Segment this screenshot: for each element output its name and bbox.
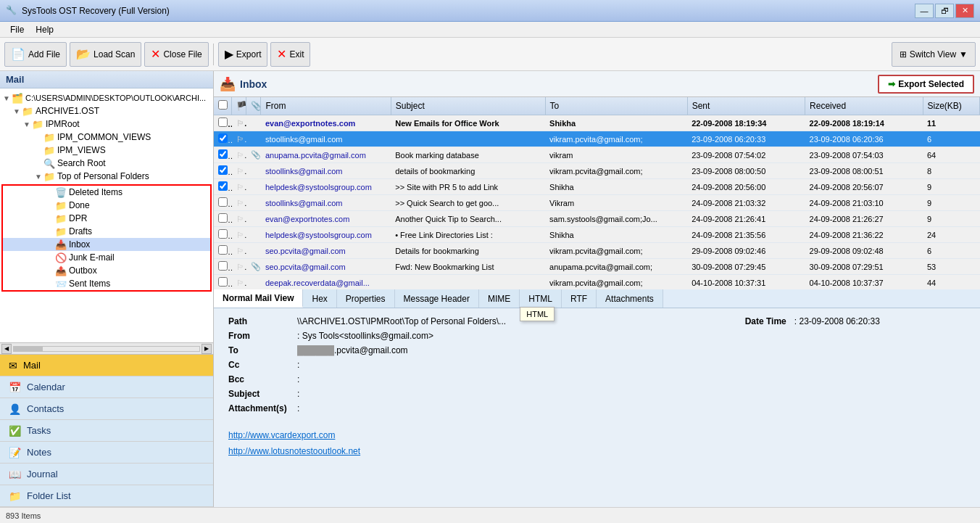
tree-item-junk[interactable]: 🚫 Junk E-mail <box>3 251 210 264</box>
tree-item-ipmroot[interactable]: ▼ 📁 IPMRoot <box>0 118 213 131</box>
table-row[interactable]: 🏳 seo.pcvita@gmail.com Details for bookm… <box>214 243 980 259</box>
table-row[interactable]: 🏳 evan@exportnotes.com New Emails for Of… <box>214 115 980 131</box>
tab-message-header[interactable]: Message Header <box>395 289 479 308</box>
col-header-subject[interactable]: Subject <box>391 97 545 115</box>
export-button[interactable]: ▶ Export <box>218 42 268 67</box>
tree-label-ipmroot: IPMRoot <box>46 119 80 129</box>
nav-tab-folder-list[interactable]: 📁 Folder List <box>0 485 213 507</box>
link-vcardexport[interactable]: http://www.vcardexport.com <box>228 430 966 440</box>
tree-item-drafts[interactable]: 📁 Drafts <box>3 225 210 238</box>
tree-item-deleted[interactable]: 🗑️ Deleted Items <box>3 186 210 199</box>
tree-item-ipm-views[interactable]: ▶ 📁 IPM_VIEWS <box>0 144 213 157</box>
row-checkbox[interactable] <box>218 118 228 127</box>
expand-root[interactable]: ▼ <box>1 94 12 102</box>
scroll-right-btn[interactable]: ▶ <box>202 344 212 354</box>
exit-button[interactable]: ✕ Exit <box>270 42 310 67</box>
row-checkbox-cell[interactable] <box>214 227 232 243</box>
nav-tab-notes[interactable]: 📝 Notes <box>0 442 213 464</box>
row-checkbox[interactable] <box>218 213 228 223</box>
row-checkbox-cell[interactable] <box>214 243 232 259</box>
tree-item-inbox[interactable]: 📥 Inbox <box>3 238 210 251</box>
tree-item-ipm-common[interactable]: ▶ 📁 IPM_COMMON_VIEWS <box>0 131 213 144</box>
nav-tab-journal[interactable]: 📖 Journal <box>0 464 213 485</box>
close-button[interactable]: ✕ <box>955 4 974 18</box>
email-list-scroll[interactable]: 🏴 📎 From Subject To Sent Received Size(K… <box>214 97 980 289</box>
row-checkbox[interactable] <box>218 261 228 271</box>
nav-tab-contacts[interactable]: 👤 Contacts <box>0 398 213 420</box>
tree-item-root[interactable]: ▼ 🗂️ C:\USERS\ADMIN\DESKTOP\OUTLOOK\ARCH… <box>0 91 213 104</box>
tab-mime[interactable]: MIME <box>479 289 520 308</box>
row-checkbox[interactable] <box>218 165 228 175</box>
horizontal-scrollbar[interactable]: ◀ ▶ <box>0 342 213 354</box>
tab-rtf[interactable]: RTF <box>562 289 597 308</box>
tree-item-outbox[interactable]: 📤 Outbox <box>3 264 210 277</box>
table-row[interactable]: 🏳 📎 anupama.pcvita@gmail.com Book markin… <box>214 147 980 163</box>
table-row[interactable]: 🏳 helpdesk@systoolsgroup.com • Free Link… <box>214 227 980 243</box>
tree-item-sent[interactable]: 📨 Sent Items <box>3 277 210 290</box>
table-row[interactable]: 🏳 stoollinks@gmail.com vikram.pcvita@gma… <box>214 131 980 147</box>
scroll-track[interactable] <box>13 346 200 352</box>
tab-html[interactable]: HTML HTML <box>520 289 562 308</box>
col-header-from[interactable]: From <box>261 97 391 115</box>
menu-help[interactable]: Help <box>30 23 59 36</box>
expand-ipmroot[interactable]: ▼ <box>22 120 32 128</box>
expand-top-personal[interactable]: ▼ <box>33 173 43 181</box>
table-row[interactable]: 🏳 stoollinks@gmail.com details of bookma… <box>214 163 980 179</box>
scroll-left-btn[interactable]: ◀ <box>1 344 12 354</box>
row-checkbox[interactable] <box>218 245 228 255</box>
tree-item-archive[interactable]: ▼ 📁 ARCHIVE1.OST <box>0 104 213 118</box>
row-checkbox[interactable] <box>218 197 228 207</box>
table-row[interactable]: 🏳 📎 seo.pcvita@gmail.com Fwd: New Bookma… <box>214 259 980 275</box>
row-sent-cell: 30-09-2008 07:29:45 <box>687 259 805 275</box>
expand-archive[interactable]: ▼ <box>12 107 22 115</box>
row-checkbox-cell[interactable] <box>214 115 232 131</box>
tree-item-done[interactable]: 📁 Done <box>3 199 210 212</box>
minimize-button[interactable]: — <box>915 4 934 18</box>
load-scan-button[interactable]: 📂 Load Scan <box>70 42 141 67</box>
menu-file[interactable]: File <box>4 23 30 36</box>
row-checkbox-cell[interactable] <box>214 259 232 275</box>
row-checkbox-cell[interactable] <box>214 163 232 179</box>
col-header-sent[interactable]: Sent <box>687 97 805 115</box>
select-all-checkbox[interactable] <box>218 100 228 110</box>
nav-tab-calendar[interactable]: 📅 Calendar <box>0 376 213 398</box>
row-checkbox[interactable] <box>218 277 228 287</box>
row-checkbox[interactable] <box>218 149 228 159</box>
tab-attachments[interactable]: Attachments <box>597 289 663 308</box>
nav-tab-mail[interactable]: ✉ Mail <box>0 355 213 376</box>
tree-label-archive: ARCHIVE1.OST <box>36 106 99 116</box>
col-header-received[interactable]: Received <box>805 97 923 115</box>
row-checkbox-cell[interactable] <box>214 179 232 195</box>
close-file-button[interactable]: ✕ Close File <box>144 42 208 67</box>
message-content: Path \\ARCHIVE1.OST\IPMRoot\Top of Perso… <box>214 308 980 507</box>
row-checkbox-cell[interactable] <box>214 195 232 211</box>
switch-view-button[interactable]: ⊞ Switch View ▼ <box>892 42 976 67</box>
tab-properties[interactable]: Properties <box>337 289 395 308</box>
row-checkbox[interactable] <box>218 181 228 191</box>
nav-tab-tasks[interactable]: ✅ Tasks <box>0 420 213 442</box>
restore-button[interactable]: 🗗 <box>935 4 954 18</box>
col-header-size[interactable]: Size(KB) <box>923 97 980 115</box>
row-checkbox-cell[interactable] <box>214 147 232 163</box>
row-checkbox-cell[interactable] <box>214 275 232 290</box>
link-lotusnotestooutlook[interactable]: http://www.lotusnotestooutlook.net <box>228 446 966 456</box>
row-checkbox[interactable] <box>218 229 228 239</box>
row-checkbox-cell[interactable] <box>214 131 232 147</box>
table-row[interactable]: 🏳 stoollinks@gmail.com >> Quick Search t… <box>214 195 980 211</box>
col-header-to[interactable]: To <box>545 97 687 115</box>
tab-normal-mail-view[interactable]: Normal Mail View <box>214 289 303 308</box>
add-file-button[interactable]: 📄 Add File <box>4 42 67 67</box>
export-selected-button[interactable]: ➡ Export Selected <box>878 75 974 94</box>
row-attach-cell: 📎 <box>246 147 261 163</box>
tab-hex[interactable]: Hex <box>303 289 336 308</box>
table-row[interactable]: 🏳 helpdesk@systoolsgroup.com >> Site wit… <box>214 179 980 195</box>
tree-label-outbox: Outbox <box>69 265 97 276</box>
tree-item-dpr[interactable]: 📁 DPR <box>3 212 210 225</box>
table-row[interactable]: 🏳 evan@exportnotes.com Another Quick Tip… <box>214 211 980 227</box>
outbox-icon: 📤 <box>55 265 67 276</box>
tree-item-top-personal[interactable]: ▼ 📁 Top of Personal Folders <box>0 170 213 183</box>
table-row[interactable]: 🏳 deepak.recoverdata@gmail... vikram.pcv… <box>214 275 980 290</box>
row-checkbox[interactable] <box>218 133 228 143</box>
tree-item-search-root[interactable]: ▶ 🔍 Search Root <box>0 157 213 170</box>
row-checkbox-cell[interactable] <box>214 211 232 227</box>
